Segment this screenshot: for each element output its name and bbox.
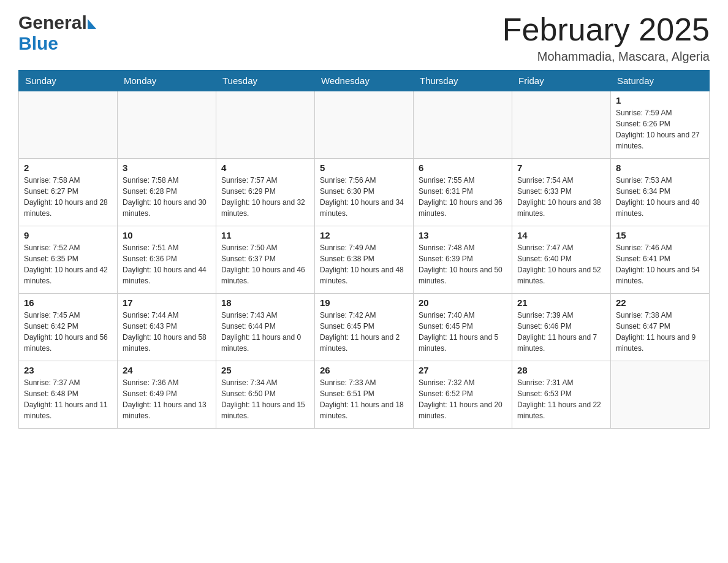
calendar-week-3: 9Sunrise: 7:52 AMSunset: 6:35 PMDaylight… <box>19 226 710 294</box>
logo-blue-text: Blue <box>18 33 58 54</box>
col-wednesday: Wednesday <box>315 71 414 91</box>
day-number: 10 <box>123 230 211 240</box>
calendar-cell: 1Sunrise: 7:59 AMSunset: 6:26 PMDaylight… <box>611 91 710 159</box>
day-info: Sunrise: 7:57 AMSunset: 6:29 PMDaylight:… <box>221 175 309 219</box>
day-info: Sunrise: 7:48 AMSunset: 6:39 PMDaylight:… <box>419 242 507 286</box>
col-sunday: Sunday <box>19 71 118 91</box>
calendar-cell: 21Sunrise: 7:39 AMSunset: 6:46 PMDayligh… <box>512 294 611 361</box>
calendar-cell: 22Sunrise: 7:38 AMSunset: 6:47 PMDayligh… <box>611 294 710 361</box>
day-info: Sunrise: 7:58 AMSunset: 6:27 PMDaylight:… <box>24 175 112 219</box>
calendar-cell: 9Sunrise: 7:52 AMSunset: 6:35 PMDaylight… <box>19 226 118 294</box>
day-info: Sunrise: 7:54 AMSunset: 6:33 PMDaylight:… <box>517 175 605 219</box>
day-number: 15 <box>616 230 704 240</box>
day-number: 26 <box>320 365 408 375</box>
month-title: February 2025 <box>502 12 710 47</box>
day-info: Sunrise: 7:59 AMSunset: 6:26 PMDaylight:… <box>616 107 704 151</box>
location-text: Mohammadia, Mascara, Algeria <box>502 50 710 64</box>
calendar-week-5: 23Sunrise: 7:37 AMSunset: 6:48 PMDayligh… <box>19 361 710 429</box>
calendar-week-2: 2Sunrise: 7:58 AMSunset: 6:27 PMDaylight… <box>19 159 710 226</box>
calendar-cell: 12Sunrise: 7:49 AMSunset: 6:38 PMDayligh… <box>315 226 414 294</box>
calendar-cell: 17Sunrise: 7:44 AMSunset: 6:43 PMDayligh… <box>118 294 216 361</box>
day-info: Sunrise: 7:36 AMSunset: 6:49 PMDaylight:… <box>123 377 211 421</box>
calendar-cell: 16Sunrise: 7:45 AMSunset: 6:42 PMDayligh… <box>19 294 118 361</box>
day-number: 7 <box>517 163 605 173</box>
title-block: February 2025 Mohammadia, Mascara, Alger… <box>502 12 710 64</box>
day-info: Sunrise: 7:33 AMSunset: 6:51 PMDaylight:… <box>320 377 408 421</box>
calendar-header-row: Sunday Monday Tuesday Wednesday Thursday… <box>19 71 710 91</box>
calendar-cell: 28Sunrise: 7:31 AMSunset: 6:53 PMDayligh… <box>512 361 611 429</box>
calendar-cell: 8Sunrise: 7:53 AMSunset: 6:34 PMDaylight… <box>611 159 710 226</box>
logo: General Blue <box>18 12 96 54</box>
day-number: 9 <box>24 230 112 240</box>
calendar-cell: 14Sunrise: 7:47 AMSunset: 6:40 PMDayligh… <box>512 226 611 294</box>
day-number: 27 <box>419 365 507 375</box>
calendar-cell <box>414 91 512 159</box>
page-header: General Blue February 2025 Mohammadia, M… <box>18 12 710 64</box>
col-thursday: Thursday <box>414 71 512 91</box>
day-info: Sunrise: 7:43 AMSunset: 6:44 PMDaylight:… <box>221 310 309 354</box>
calendar-cell: 26Sunrise: 7:33 AMSunset: 6:51 PMDayligh… <box>315 361 414 429</box>
day-number: 24 <box>123 365 211 375</box>
day-number: 2 <box>24 163 112 173</box>
day-info: Sunrise: 7:45 AMSunset: 6:42 PMDaylight:… <box>24 310 112 354</box>
day-number: 3 <box>123 163 211 173</box>
calendar-cell: 7Sunrise: 7:54 AMSunset: 6:33 PMDaylight… <box>512 159 611 226</box>
calendar-cell: 15Sunrise: 7:46 AMSunset: 6:41 PMDayligh… <box>611 226 710 294</box>
day-info: Sunrise: 7:46 AMSunset: 6:41 PMDaylight:… <box>616 242 704 286</box>
day-number: 11 <box>221 230 309 240</box>
day-info: Sunrise: 7:40 AMSunset: 6:45 PMDaylight:… <box>419 310 507 354</box>
calendar-cell: 20Sunrise: 7:40 AMSunset: 6:45 PMDayligh… <box>414 294 512 361</box>
day-number: 4 <box>221 163 309 173</box>
day-info: Sunrise: 7:38 AMSunset: 6:47 PMDaylight:… <box>616 310 704 354</box>
calendar-table: Sunday Monday Tuesday Wednesday Thursday… <box>18 70 710 429</box>
day-number: 6 <box>419 163 507 173</box>
calendar-cell: 19Sunrise: 7:42 AMSunset: 6:45 PMDayligh… <box>315 294 414 361</box>
calendar-cell <box>315 91 414 159</box>
calendar-cell: 24Sunrise: 7:36 AMSunset: 6:49 PMDayligh… <box>118 361 216 429</box>
day-number: 21 <box>517 297 605 308</box>
day-info: Sunrise: 7:32 AMSunset: 6:52 PMDaylight:… <box>419 377 507 421</box>
day-number: 13 <box>419 230 507 240</box>
day-number: 17 <box>123 297 211 308</box>
calendar-cell <box>512 91 611 159</box>
calendar-cell: 3Sunrise: 7:58 AMSunset: 6:28 PMDaylight… <box>118 159 216 226</box>
calendar-cell: 18Sunrise: 7:43 AMSunset: 6:44 PMDayligh… <box>216 294 315 361</box>
day-number: 23 <box>24 365 112 375</box>
logo-general-text: General <box>18 12 87 33</box>
calendar-cell <box>611 361 710 429</box>
col-tuesday: Tuesday <box>216 71 315 91</box>
calendar-week-4: 16Sunrise: 7:45 AMSunset: 6:42 PMDayligh… <box>19 294 710 361</box>
logo-arrow-icon <box>88 19 96 29</box>
day-number: 18 <box>221 297 309 308</box>
day-info: Sunrise: 7:49 AMSunset: 6:38 PMDaylight:… <box>320 242 408 286</box>
day-number: 1 <box>616 95 704 105</box>
calendar-cell: 13Sunrise: 7:48 AMSunset: 6:39 PMDayligh… <box>414 226 512 294</box>
calendar-cell: 27Sunrise: 7:32 AMSunset: 6:52 PMDayligh… <box>414 361 512 429</box>
day-number: 20 <box>419 297 507 308</box>
day-info: Sunrise: 7:39 AMSunset: 6:46 PMDaylight:… <box>517 310 605 354</box>
day-info: Sunrise: 7:47 AMSunset: 6:40 PMDaylight:… <box>517 242 605 286</box>
calendar-cell <box>216 91 315 159</box>
day-info: Sunrise: 7:52 AMSunset: 6:35 PMDaylight:… <box>24 242 112 286</box>
day-info: Sunrise: 7:31 AMSunset: 6:53 PMDaylight:… <box>517 377 605 421</box>
calendar-cell: 5Sunrise: 7:56 AMSunset: 6:30 PMDaylight… <box>315 159 414 226</box>
day-info: Sunrise: 7:53 AMSunset: 6:34 PMDaylight:… <box>616 175 704 219</box>
calendar-week-1: 1Sunrise: 7:59 AMSunset: 6:26 PMDaylight… <box>19 91 710 159</box>
calendar-cell <box>19 91 118 159</box>
calendar-cell: 10Sunrise: 7:51 AMSunset: 6:36 PMDayligh… <box>118 226 216 294</box>
col-monday: Monday <box>118 71 216 91</box>
day-info: Sunrise: 7:44 AMSunset: 6:43 PMDaylight:… <box>123 310 211 354</box>
calendar-cell: 6Sunrise: 7:55 AMSunset: 6:31 PMDaylight… <box>414 159 512 226</box>
day-number: 25 <box>221 365 309 375</box>
day-number: 28 <box>517 365 605 375</box>
day-info: Sunrise: 7:51 AMSunset: 6:36 PMDaylight:… <box>123 242 211 286</box>
calendar-cell: 23Sunrise: 7:37 AMSunset: 6:48 PMDayligh… <box>19 361 118 429</box>
col-saturday: Saturday <box>611 71 710 91</box>
day-number: 12 <box>320 230 408 240</box>
day-number: 16 <box>24 297 112 308</box>
day-number: 5 <box>320 163 408 173</box>
col-friday: Friday <box>512 71 611 91</box>
day-number: 22 <box>616 297 704 308</box>
calendar-cell <box>118 91 216 159</box>
calendar-cell: 11Sunrise: 7:50 AMSunset: 6:37 PMDayligh… <box>216 226 315 294</box>
